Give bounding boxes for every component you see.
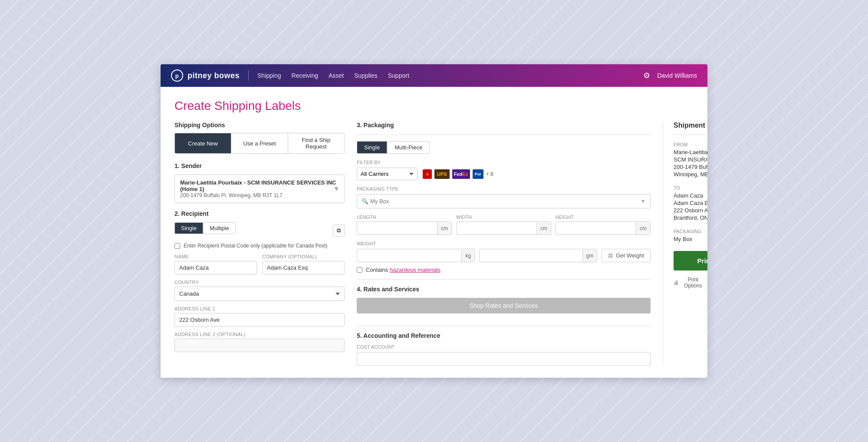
postal-code-checkbox[interactable] [174,243,180,249]
summary-from-section: FROM Marie-Laetitia Pourbaix SCM INSURAN… [674,142,707,178]
packaging-divider [357,135,651,135]
shipping-options-label: Shipping Options [174,122,345,129]
recipient-heading: 2. Recipient [174,210,345,217]
tab-multi-piece[interactable]: Multi-Piece [387,141,430,154]
sender-heading: 1. Sender [174,162,345,169]
length-input[interactable] [357,222,437,234]
get-weight-label: Get Weight [616,252,644,259]
print-label-button[interactable]: Print Shipping Label [674,251,707,270]
print-options-label: Print Options [681,277,706,289]
hazmat-checkbox[interactable] [357,267,362,273]
address1-group: ADDRESS LINE 1 [174,306,345,327]
tab-use-preset[interactable]: Use a Preset [231,133,288,153]
name-group: NAME [174,254,257,274]
printer-icon: 🖨 [674,280,679,286]
summary-title: Shipment Summary [674,122,707,129]
app-window: p pitney bowes Shipping Receiving Asset … [161,64,707,378]
tab-create-new[interactable]: Create New [175,133,231,153]
copy-button[interactable]: ⧉ [333,224,345,237]
company-input[interactable] [262,261,345,274]
from-label: FROM [674,142,707,147]
get-weight-button[interactable]: ⚖ Get Weight [602,249,651,262]
pkg-search-input[interactable] [368,195,640,208]
pkg-search-chevron-icon: ▼ [640,198,646,205]
nav-shipping[interactable]: Shipping [257,72,281,79]
weight-kg-unit: kg [461,250,474,262]
address2-input[interactable] [174,339,345,352]
packaging-heading: 3. Packaging [357,122,651,129]
sender-chevron-icon: ▼ [333,185,340,193]
summary-packaging-section: PACKAGING My Box [674,229,707,243]
name-input[interactable] [174,261,257,274]
to-name: Adam Caza [674,192,707,199]
settings-icon[interactable]: ⚙ [643,71,650,80]
name-label: NAME [174,254,257,259]
width-input-wrap: cm [456,221,551,235]
country-group: COUNTRY Canada [174,280,345,301]
carrier-select[interactable]: All Carriers [357,168,418,180]
packaging-summary-value: My Box [674,236,702,242]
header: p pitney bowes Shipping Receiving Asset … [161,64,707,87]
nav-support[interactable]: Support [388,72,409,79]
sender-select[interactable]: Marie-Laetitia Pourbaix - SCM INSURANCE … [174,175,345,203]
to-address: 222 Osborn Ave [674,207,707,214]
width-input[interactable] [457,222,536,234]
tab-single-recipient[interactable]: Single [174,222,203,234]
packaging-tabs: Single Multi-Piece [357,141,651,154]
header-nav: Shipping Receiving Asset Supplies Suppor… [257,72,409,79]
tab-find-ship[interactable]: Find a Ship Request [288,133,344,153]
company-label: COMPANY (optional) [262,254,345,259]
height-input[interactable] [556,222,636,234]
rates-divider [357,279,651,280]
summary-divider [674,135,707,135]
sender-name: Marie-Laetitia Pourbaix - SCM INSURANCE … [180,179,339,192]
ups-logo: UPS [434,169,450,179]
pkg-type-label: PACKAGING TYPE [357,186,651,191]
hazmat-link[interactable]: hazardous materials [390,267,441,273]
height-unit: cm [636,222,650,234]
address1-label: ADDRESS LINE 1 [174,306,345,311]
height-label: HEIGHT [556,214,651,220]
from-city: Winnipeg, MB R3T 1L7, CA [674,171,707,178]
to-city: Brantford, ON N3T 0A1, CA [674,214,707,221]
height-input-wrap: cm [556,221,651,235]
accounting-divider [357,326,651,326]
weight-gm-unit: gm [582,250,597,262]
nav-asset[interactable]: Asset [329,72,344,79]
company-group: COMPANY (optional) [262,254,345,274]
summary-to-section: TO Adam Caza Adam Caza Esq 222 Osborn Av… [674,185,707,221]
cost-account-input[interactable] [357,352,651,366]
more-carriers-label: + 8 [486,171,493,177]
scale-icon: ⚖ [608,252,613,259]
from-address: 200-1479 Buffalo Pl [674,164,707,170]
filter-by-label: FILTER BY [357,160,651,165]
nav-supplies[interactable]: Supplies [354,72,378,79]
middle-column: 3. Packaging Single Multi-Piece FILTER B… [357,122,651,366]
header-right: ⚙ David Williams [643,71,697,80]
nav-receiving[interactable]: Receiving [292,72,318,79]
fedex-logo: FedEx [452,169,470,179]
length-label: LENGTH [357,214,452,220]
print-options-button[interactable]: 🖨 Print Options [674,277,706,289]
packaging-summary-label: PACKAGING [674,229,702,234]
weight-gm-input[interactable] [480,249,582,262]
accounting-heading: 5. Accounting and Reference [357,332,651,339]
weight-gm-wrap: gm [479,249,597,262]
pkg-search-box[interactable]: 🔍 ▼ [357,194,651,208]
weight-kg-input[interactable] [357,249,461,262]
cost-account-label: COST ACCOUNT [357,344,651,350]
height-group: HEIGHT cm [556,214,651,235]
country-select[interactable]: Canada [174,287,345,301]
width-group: WIDTH cm [456,214,551,235]
shop-rates-button[interactable]: Shop Rates and Services [357,298,651,313]
sender-address: 200-1479 Buffalo Pl, Winnipeg, MB R3T 1L… [180,192,339,198]
from-company: SCM INSURANCE SERVICES INC [674,156,707,163]
address1-input[interactable] [174,313,345,327]
main-content: Create Shipping Labels Shipping Options … [161,87,707,378]
tab-multiple-recipient[interactable]: Multiple [203,222,236,234]
summary-panel: Shipment Summary FROM Marie-Laetitia Pou… [663,122,707,366]
length-group: LENGTH cm [357,214,452,235]
tab-single-pkg[interactable]: Single [357,141,387,154]
purolator-logo: Pur [473,169,483,179]
country-label: COUNTRY [174,280,345,285]
